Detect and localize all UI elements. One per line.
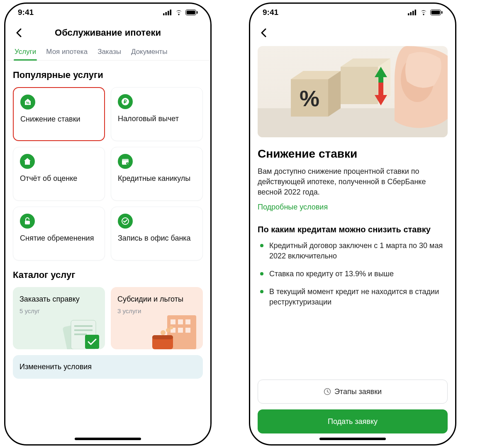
- wide-card-label: Измененить условия: [19, 363, 92, 371]
- phone-services: 9:41 Обслуживание ипотеки Услуги Моя ипо…: [4, 2, 212, 446]
- cellular-icon: [408, 10, 417, 15]
- hero-image: %: [258, 46, 448, 137]
- svg-rect-22: [171, 319, 175, 324]
- svg-rect-1: [166, 12, 167, 15]
- submit-button[interactable]: Подать заявку: [258, 409, 448, 433]
- svg-rect-2: [168, 11, 169, 15]
- catalog-grid: Заказать справку 5 услуг Субсидии и льго…: [13, 287, 203, 349]
- tab-mortgage[interactable]: Моя ипотека: [45, 44, 88, 60]
- card-label: Кредитные каникулы: [118, 174, 196, 183]
- catalog-change-terms[interactable]: Измененить условия: [13, 355, 203, 379]
- home-indicator[interactable]: [75, 438, 141, 440]
- svg-rect-26: [178, 328, 183, 333]
- content-area: Популярные услуги % Снижение ставки ₽ На…: [5, 61, 210, 444]
- battery-icon: [430, 10, 443, 15]
- svg-rect-23: [178, 319, 183, 324]
- svg-rect-0: [163, 13, 165, 15]
- svg-rect-6: [197, 11, 198, 14]
- stages-button[interactable]: Этапы заявки: [258, 380, 448, 404]
- percent-house-icon: %: [20, 95, 35, 110]
- unlock-icon: [20, 214, 35, 229]
- card-label: Запись в офис банка: [118, 234, 196, 243]
- svg-rect-38: [431, 11, 440, 15]
- check-circle-icon: [118, 214, 133, 229]
- tab-orders[interactable]: Заказы: [97, 44, 122, 60]
- eligibility-title: По каким кредитам можно снизить ставку: [258, 224, 448, 235]
- tab-documents[interactable]: Документы: [130, 44, 168, 60]
- catalog-title: Заказать справку: [19, 295, 98, 304]
- battery-icon: [185, 10, 198, 15]
- card-credit-holidays[interactable]: Кредитные каникулы: [111, 147, 203, 201]
- svg-rect-39: [441, 11, 443, 14]
- phone-detail: 9:41 . %: [249, 2, 456, 446]
- card-appraisal[interactable]: Отчёт об оценке: [13, 147, 105, 201]
- svg-rect-20: [85, 335, 99, 349]
- svg-point-30: [161, 330, 166, 335]
- svg-rect-24: [185, 319, 190, 324]
- svg-point-32: [170, 326, 173, 329]
- svg-rect-46: [341, 67, 378, 104]
- bullet-item: В текущий момент кредит не находится в с…: [258, 287, 448, 307]
- detail-title: Снижение ставки: [258, 147, 448, 161]
- popular-grid: % Снижение ставки ₽ Налоговый вычет Отчё…: [13, 87, 203, 261]
- card-rate-reduction[interactable]: % Снижение ставки: [13, 87, 105, 141]
- svg-rect-27: [185, 328, 190, 333]
- card-office-booking[interactable]: Запись в офис банка: [111, 207, 203, 261]
- tab-bar: Услуги Моя ипотека Заказы Документы: [5, 43, 210, 61]
- status-time: 9:41: [263, 8, 278, 17]
- svg-rect-34: [410, 12, 412, 15]
- catalog-subsidies[interactable]: Субсидии и льготы 3 услуги: [111, 287, 203, 349]
- svg-point-31: [166, 328, 170, 332]
- svg-rect-11: [122, 159, 129, 161]
- eligibility-list: Кредитный договор заключен с 1 марта по …: [258, 241, 448, 308]
- svg-text:₽: ₽: [124, 99, 127, 105]
- chevron-left-icon: [261, 28, 267, 37]
- bullet-item: Ставка по кредиту от 13.9% и выше: [258, 269, 448, 279]
- svg-rect-33: [408, 13, 409, 15]
- bullet-item: Кредитный договор заключен с 1 марта по …: [258, 241, 448, 261]
- submit-label: Подать заявку: [328, 417, 378, 426]
- stages-label: Этапы заявки: [334, 387, 382, 396]
- card-label: Налоговый вычет: [118, 114, 196, 124]
- page-title: Обслуживание ипотеки: [13, 27, 203, 38]
- card-label: Снятие обременения: [20, 234, 98, 243]
- card-label: Отчёт об оценке: [20, 174, 98, 183]
- documents-illustration: [53, 312, 102, 349]
- status-icons: [163, 10, 198, 15]
- wifi-icon: [419, 10, 428, 15]
- section-popular-title: Популярные услуги: [13, 70, 203, 80]
- svg-rect-18: [74, 329, 93, 331]
- status-time: 9:41: [18, 8, 34, 17]
- card-label: Снижение ставки: [20, 114, 97, 124]
- bottom-actions: Этапы заявки Подать заявку: [258, 375, 448, 433]
- cellular-icon: [163, 10, 172, 15]
- status-bar: 9:41: [250, 4, 455, 21]
- detail-conditions-link[interactable]: Подробные условия: [258, 203, 328, 212]
- section-catalog-title: Каталог услуг: [13, 270, 203, 280]
- svg-rect-29: [152, 335, 173, 339]
- catalog-order-certificate[interactable]: Заказать справку 5 услуг: [13, 287, 105, 349]
- svg-text:%: %: [300, 86, 319, 111]
- navbar: Обслуживание ипотеки: [5, 21, 210, 43]
- status-bar: 9:41: [5, 4, 210, 21]
- svg-rect-3: [170, 10, 172, 15]
- status-icons: [408, 10, 443, 15]
- building-illustration: [146, 308, 200, 349]
- svg-rect-5: [187, 11, 195, 15]
- svg-rect-17: [74, 325, 93, 327]
- svg-rect-19: [74, 334, 87, 335]
- home-indicator[interactable]: [319, 438, 386, 440]
- tab-services[interactable]: Услуги: [14, 44, 37, 60]
- catalog-title: Субсидии и льготы: [117, 295, 196, 304]
- card-tax-deduction[interactable]: ₽ Налоговый вычет: [111, 87, 203, 141]
- house-icon: [20, 154, 35, 169]
- calendar-icon: [118, 154, 133, 169]
- card-remove-encumbrance[interactable]: Снятие обременения: [13, 207, 105, 261]
- back-button[interactable]: [258, 27, 270, 39]
- svg-rect-13: [25, 221, 30, 224]
- ruble-icon: ₽: [118, 94, 133, 109]
- detail-paragraph: Вам доступно снижение процентной ставки …: [258, 166, 448, 198]
- wifi-icon: [175, 10, 183, 15]
- navbar: .: [250, 21, 455, 43]
- clock-icon: [324, 388, 331, 395]
